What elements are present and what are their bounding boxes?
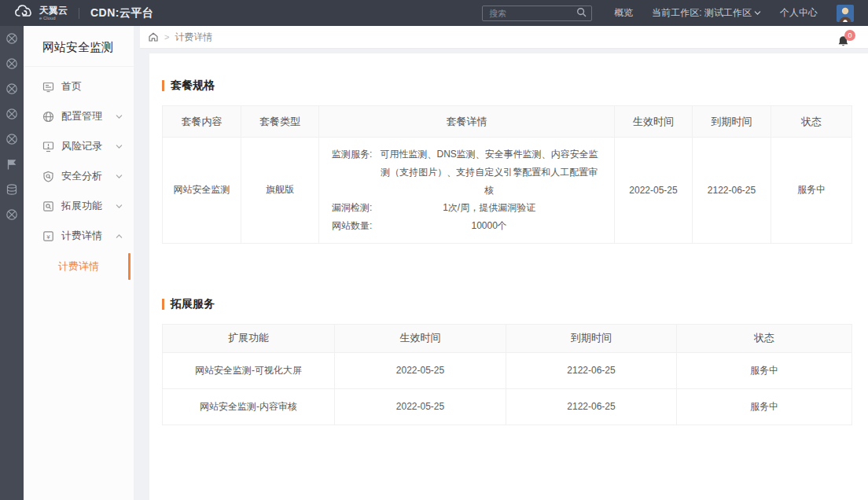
sidebar-item-risk[interactable]: 风险记录 xyxy=(24,131,134,161)
user-avatar[interactable] xyxy=(837,5,854,22)
column-header: 套餐详情 xyxy=(319,106,615,138)
column-header: 状态 xyxy=(677,324,852,352)
detail-line: 监测服务: 可用性监测、DNS监测、安全事件监测、内容安全监测（支持图片）、支持… xyxy=(332,145,601,199)
section-title: 套餐规格 xyxy=(171,79,215,93)
sidebar-item-billing[interactable]: ¥ 计费详情 xyxy=(24,221,134,251)
expiry-date-cell: 2122-06-25 xyxy=(506,388,677,425)
top-bar: 天翼云 e Cloud CDN:云平台 概览 当前工作区: 测试工作区 个人中心 xyxy=(0,0,868,26)
home-card-icon xyxy=(42,81,54,93)
globe-icon xyxy=(42,111,54,123)
active-indicator xyxy=(128,253,131,280)
notification-badge: 0 xyxy=(844,30,855,41)
extension-name-cell: 网站安全监测-内容审核 xyxy=(163,388,335,425)
sidebar-item-analysis[interactable]: 安全分析 xyxy=(24,161,134,191)
sidebar-item-label: 风险记录 xyxy=(61,139,116,153)
expiry-date-cell: 2122-06-25 xyxy=(693,138,771,244)
app-icon[interactable] xyxy=(6,208,18,221)
app-icon[interactable] xyxy=(6,133,18,145)
nav-overview[interactable]: 概览 xyxy=(614,6,633,20)
effective-date-cell: 2022-05-25 xyxy=(335,388,506,425)
column-header: 套餐类型 xyxy=(241,106,319,138)
chevron-down-icon xyxy=(116,113,123,120)
chevron-up-icon xyxy=(116,233,123,240)
table-row: 网站安全监测-可视化大屏 2022-05-25 2122-06-25 服务中 xyxy=(163,352,852,388)
table-row: 网站安全监测 旗舰版 监测服务: 可用性监测、DNS监测、安全事件监测、内容安全… xyxy=(163,138,852,244)
chevron-down-icon xyxy=(116,173,123,180)
extension-table: 扩展功能 生效时间 到期时间 状态 网站安全监测-可视化大屏 2022-05-2… xyxy=(162,324,852,425)
package-details-cell: 监测服务: 可用性监测、DNS监测、安全事件监测、内容安全监测（支持图片）、支持… xyxy=(319,138,615,244)
app-icon[interactable] xyxy=(6,108,18,120)
column-header: 到期时间 xyxy=(506,324,677,352)
brand-logo[interactable]: 天翼云 e Cloud xyxy=(14,5,68,22)
breadcrumb-bar: > 计费详情 0 xyxy=(140,26,868,49)
sidebar-item-label: 计费详情 xyxy=(61,229,116,243)
brand-name-en: e Cloud xyxy=(39,16,68,20)
column-header: 生效时间 xyxy=(615,106,693,138)
sidebar-item-label: 配置管理 xyxy=(61,109,116,123)
expiry-date-cell: 2122-06-25 xyxy=(506,352,677,388)
package-type-cell: 旗舰版 xyxy=(241,138,319,244)
column-header: 扩展功能 xyxy=(163,324,335,352)
billing-icon: ¥ xyxy=(42,230,54,242)
sidebar: 网站安全监测 首页 配置管理 xyxy=(24,26,140,500)
effective-date-cell: 2022-05-25 xyxy=(335,352,506,388)
package-content-cell: 网站安全监测 xyxy=(163,138,241,244)
workspace-label: 当前工作区: 测试工作区 xyxy=(652,6,752,20)
breadcrumb-separator: > xyxy=(164,32,169,42)
submenu-label: 计费详情 xyxy=(58,259,99,274)
section-accent-bar xyxy=(162,299,164,310)
column-header: 状态 xyxy=(771,106,852,138)
home-icon[interactable] xyxy=(148,31,159,42)
detail-line: 网站数量: 10000个 xyxy=(332,217,601,235)
sidebar-item-label: 安全分析 xyxy=(61,169,116,183)
sidebar-item-label: 拓展功能 xyxy=(61,199,116,213)
content-panel: 套餐规格 套餐内容 套餐类型 套餐详情 生效时间 到期时间 状态 xyxy=(149,53,868,500)
product-name: CDN:云平台 xyxy=(90,6,154,20)
app-window: 天翼云 e Cloud CDN:云平台 概览 当前工作区: 测试工作区 个人中心 xyxy=(0,0,868,500)
section-accent-bar xyxy=(162,80,164,91)
extension-name-cell: 网站安全监测-可视化大屏 xyxy=(163,352,335,388)
status-badge: 服务中 xyxy=(771,138,852,244)
search-icon[interactable] xyxy=(576,6,587,20)
brand-name-cn: 天翼云 xyxy=(39,6,68,15)
column-header: 到期时间 xyxy=(693,106,771,138)
table-header-row: 套餐内容 套餐类型 套餐详情 生效时间 到期时间 状态 xyxy=(163,106,852,138)
app-icon[interactable] xyxy=(6,57,18,70)
status-badge: 服务中 xyxy=(677,388,852,425)
notification-bell[interactable]: 0 xyxy=(837,35,849,47)
brand-divider xyxy=(79,8,79,19)
flag-icon[interactable] xyxy=(6,158,18,171)
chevron-down-icon xyxy=(116,143,123,150)
table-header-row: 扩展功能 生效时间 到期时间 状态 xyxy=(163,324,852,352)
column-header: 套餐内容 xyxy=(163,106,241,138)
icon-rail xyxy=(0,26,24,500)
nav-workspace[interactable]: 当前工作区: 测试工作区 xyxy=(652,6,761,20)
chevron-down-icon xyxy=(116,203,123,210)
risk-monitor-icon xyxy=(42,141,54,153)
sidebar-item-extensions[interactable]: 拓展功能 xyxy=(24,191,134,221)
search-input[interactable] xyxy=(487,8,576,19)
breadcrumb-current: 计费详情 xyxy=(175,31,212,44)
extension-section-header: 拓展服务 xyxy=(162,297,868,311)
section-title: 拓展服务 xyxy=(171,297,215,311)
effective-date-cell: 2022-05-25 xyxy=(615,138,693,244)
sidebar-item-config[interactable]: 配置管理 xyxy=(24,101,134,131)
box-search-icon xyxy=(42,200,54,212)
nav-personal-center[interactable]: 个人中心 xyxy=(780,6,818,20)
package-section-header: 套餐规格 xyxy=(162,79,868,93)
status-badge: 服务中 xyxy=(677,352,852,388)
sidebar-subitem-billing-detail[interactable]: 计费详情 xyxy=(24,251,134,282)
database-icon[interactable] xyxy=(6,183,18,196)
sidebar-item-home[interactable]: 首页 xyxy=(24,72,134,101)
table-row: 网站安全监测-内容审核 2022-05-25 2122-06-25 服务中 xyxy=(163,388,852,425)
cloud-icon xyxy=(14,5,35,22)
app-icon[interactable] xyxy=(6,83,18,95)
app-icon[interactable] xyxy=(6,32,18,45)
chevron-down-icon xyxy=(754,8,761,19)
content-area: 套餐规格 套餐内容 套餐类型 套餐详情 生效时间 到期时间 状态 xyxy=(140,49,868,500)
svg-text:¥: ¥ xyxy=(46,233,50,240)
column-header: 生效时间 xyxy=(335,324,506,352)
search-box[interactable] xyxy=(482,6,592,21)
shield-search-icon xyxy=(42,171,54,182)
package-table: 套餐内容 套餐类型 套餐详情 生效时间 到期时间 状态 网站安全监测 旗舰版 xyxy=(162,105,852,244)
